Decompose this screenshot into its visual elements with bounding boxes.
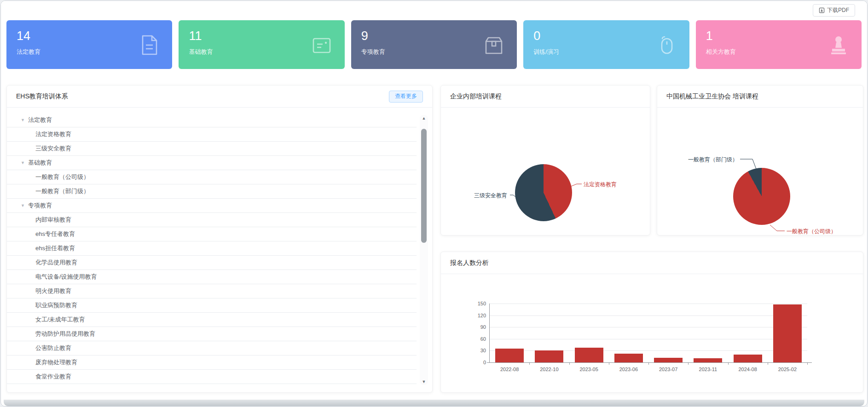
x-tick-mark (569, 362, 570, 365)
tree-panel-title: EHS教育培训体系 (16, 92, 68, 101)
pie1-header: 企业内部培训课程 (441, 86, 650, 108)
scrollbar-thumb[interactable] (421, 129, 427, 243)
window-bottom-edge (4, 400, 864, 406)
tree-item-label: 三级安全教育 (35, 144, 71, 153)
pie2-label-red: 一般教育（公司级） (787, 228, 836, 235)
bar-2023-07[interactable] (654, 358, 683, 362)
pie1-label-red: 法定资格教育 (584, 181, 617, 189)
x-tick-mark (609, 362, 609, 365)
tree-item-15[interactable]: 女工/未成年工教育 (7, 313, 417, 327)
tree-item-12[interactable]: 电气设备/设施使用教育 (7, 270, 417, 284)
stat-card-2[interactable]: 11基础教育 (179, 20, 344, 69)
y-tick-label: 30 (480, 348, 486, 353)
scroll-down-icon[interactable]: ▼ (420, 379, 428, 384)
pie2-title: 中国机械工业卫生协会 培训课程 (666, 92, 758, 101)
x-tick-mark (648, 362, 649, 365)
tree-panel-header: EHS教育培训体系 查看更多 (7, 86, 432, 108)
x-tick-mark (807, 362, 808, 365)
tree-item-10[interactable]: ehs担任着教育 (7, 241, 417, 256)
gridline (490, 304, 807, 304)
tree-item-8[interactable]: 内部审核教育 (7, 213, 417, 227)
gridline (490, 327, 807, 327)
pie1-title: 企业内部培训课程 (450, 92, 502, 101)
stat-card-5[interactable]: 1相关方教育 (696, 20, 862, 69)
tree-item-label: 废弃物处理教育 (35, 358, 77, 367)
tree-item-label: 专项教育 (28, 201, 52, 210)
tree-item-label: ehs担任着教育 (35, 244, 75, 252)
tree-item-14[interactable]: 职业病预防教育 (7, 298, 417, 313)
tree-item-19[interactable]: 食堂作业教育 (7, 370, 417, 384)
bar-2023-05[interactable] (575, 348, 603, 362)
x-tick-mark (529, 362, 530, 365)
y-tick-label: 0 (483, 360, 486, 365)
tree-item-label: 职业病预防教育 (35, 301, 77, 310)
x-tick-label: 2023-11 (688, 367, 728, 372)
pie1-chart: 法定资格教育 三级安全教育 (441, 108, 650, 235)
tree-item-13[interactable]: 明火使用教育 (7, 284, 417, 298)
tree-item-4[interactable]: ▼基础教育 (7, 156, 417, 170)
tree-item-5[interactable]: 一般教育（公司级） (7, 170, 417, 184)
stat-card-4[interactable]: 0训练/演习 (523, 20, 689, 69)
tree-item-label: 食堂作业教育 (35, 373, 71, 381)
x-axis-line (487, 362, 812, 363)
pie2-label-dark: 一般教育（部门级） (688, 156, 738, 164)
card-icon (310, 33, 334, 57)
caret-down-icon[interactable]: ▼ (21, 203, 25, 208)
bar-2023-06[interactable] (614, 354, 643, 362)
tree-item-label: 公害防止教育 (35, 344, 71, 352)
tree-item-label: 明火使用教育 (35, 287, 71, 295)
tree-item-label: 法定教育 (28, 116, 52, 124)
tree-item-label: 女工/未成年工教育 (35, 315, 85, 324)
tree-item-label: 化学品使用教育 (35, 258, 77, 267)
tree-item-7[interactable]: ▼专项教育 (7, 199, 417, 213)
download-icon (819, 7, 825, 13)
tree-item-17[interactable]: 公害防止教育 (7, 341, 417, 355)
tree-item-6[interactable]: 一般教育（部门级） (7, 184, 417, 199)
caret-down-icon[interactable]: ▼ (21, 118, 25, 122)
y-tick-label: 60 (480, 336, 486, 342)
package-icon (482, 33, 506, 57)
x-tick-label: 2023-05 (569, 367, 609, 372)
tree-item-3[interactable]: 三级安全教育 (7, 142, 417, 156)
enrollment-analysis-card: 报名人数分析 03060901201502022-082022-102023-0… (440, 252, 863, 393)
pie2-circle[interactable] (733, 168, 790, 225)
stamp-icon (827, 33, 851, 57)
x-tick-label: 2023-07 (648, 367, 688, 372)
tree-item-1[interactable]: ▼法定教育 (7, 113, 417, 127)
pie2-chart: 一般教育（部门级） 一般教育（公司级） (657, 108, 863, 235)
tree-item-16[interactable]: 劳动防护用品使用教育 (7, 327, 417, 341)
pie1-circle[interactable] (515, 164, 572, 221)
x-tick-mark (688, 362, 689, 365)
y-axis-line (489, 304, 490, 362)
x-tick-label: 2022-08 (490, 367, 529, 372)
gridline (490, 315, 807, 316)
tree-item-label: 一般教育（公司级） (35, 173, 89, 181)
pie2-header: 中国机械工业卫生协会 培训课程 (657, 86, 863, 108)
bar-2024-08[interactable] (734, 355, 762, 362)
tree-item-9[interactable]: ehs专任者教育 (7, 227, 417, 241)
y-tick-label: 120 (478, 313, 486, 318)
bar-2023-11[interactable] (694, 358, 722, 362)
stat-card-1[interactable]: 14法定教育 (6, 20, 172, 69)
download-pdf-button[interactable]: 下载PDF (813, 4, 855, 17)
view-more-button[interactable]: 查看更多 (389, 91, 423, 103)
gridline (490, 339, 807, 339)
tree-item-11[interactable]: 化学品使用教育 (7, 256, 417, 270)
tree-item-label: 电气设备/设施使用教育 (35, 273, 97, 281)
tree-item-18[interactable]: 废弃物处理教育 (7, 355, 417, 370)
pie1-label-dark: 三级安全教育 (474, 192, 507, 200)
bar-2022-10[interactable] (535, 350, 563, 362)
association-training-pie-card: 中国机械工业卫生协会 培训课程 一般教育（部门级） 一般教育（公司级） (657, 85, 863, 235)
bar-chart: 03060901201502022-082022-102023-052023-0… (490, 304, 807, 362)
tree-scrollbar[interactable]: ▲ ▼ (420, 115, 428, 385)
caret-down-icon[interactable]: ▼ (21, 161, 25, 165)
bar-2025-02[interactable] (773, 304, 802, 362)
bar-2022-08[interactable] (495, 349, 524, 362)
tree-item-label: 基础教育 (28, 159, 52, 167)
scroll-up-icon[interactable]: ▲ (420, 116, 428, 120)
x-tick-label: 2023-06 (609, 367, 648, 372)
tree-item-2[interactable]: 法定资格教育 (7, 127, 417, 142)
x-tick-label: 2025-02 (768, 367, 807, 372)
stat-card-3[interactable]: 9专项教育 (351, 20, 517, 69)
dashboard-window: 下载PDF 14法定教育11基础教育9专项教育0训练/演习1相关方教育 EHS教… (0, 0, 868, 407)
